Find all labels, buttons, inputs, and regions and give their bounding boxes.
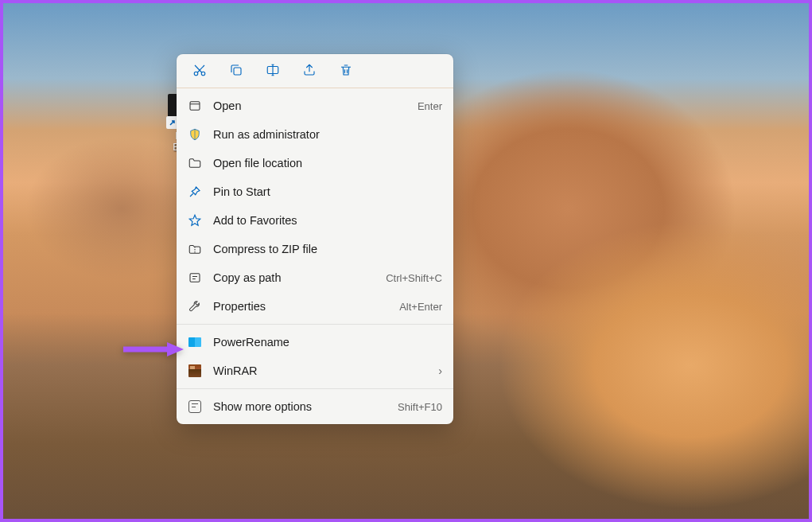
menu-item-copy-path[interactable]: Copy as path Ctrl+Shift+C [177, 263, 453, 292]
folder-icon [188, 156, 202, 170]
shield-icon [188, 127, 202, 142]
powerrename-icon [188, 335, 202, 349]
menu-item-shortcut: Enter [418, 100, 442, 112]
menu-item-label: Add to Favorites [213, 214, 442, 227]
svg-rect-2 [234, 68, 241, 75]
winrar-icon [188, 364, 202, 378]
menu-item-run-as-admin[interactable]: Run as administrator [177, 120, 453, 149]
menu-item-winrar[interactable]: WinRAR › [177, 356, 453, 385]
trash-icon [339, 63, 353, 80]
menu-item-add-favorites[interactable]: Add to Favorites [177, 206, 453, 235]
svg-point-1 [201, 72, 205, 76]
context-menu-toolbar [177, 54, 453, 88]
menu-item-label: Open [213, 99, 406, 112]
menu-section-apps: PowerRename WinRAR › [177, 324, 453, 388]
scissors-icon [192, 63, 207, 80]
menu-item-open[interactable]: Open Enter [177, 92, 453, 120]
svg-rect-5 [190, 274, 200, 282]
open-icon [188, 99, 202, 113]
menu-item-label: Show more options [213, 400, 387, 413]
share-icon [302, 63, 317, 80]
copy-button[interactable] [227, 62, 245, 80]
menu-item-label: WinRAR [213, 364, 427, 377]
menu-item-label: Properties [213, 300, 388, 313]
menu-section-main: Open Enter Run as administrator Open fil… [177, 88, 453, 324]
menu-item-label: Run as administrator [213, 128, 442, 141]
chevron-right-icon: › [438, 364, 442, 377]
delete-button[interactable] [337, 62, 355, 80]
menu-item-shortcut: Alt+Enter [399, 301, 442, 313]
svg-rect-4 [190, 102, 200, 111]
rename-icon [266, 63, 280, 80]
cut-button[interactable] [191, 62, 208, 80]
menu-item-label: Copy as path [213, 271, 375, 284]
path-icon [188, 271, 202, 285]
menu-item-label: Open file location [213, 157, 442, 169]
show-more-icon [188, 399, 202, 414]
menu-item-properties[interactable]: Properties Alt+Enter [177, 292, 453, 321]
menu-item-label: Compress to ZIP file [213, 243, 442, 255]
pin-icon [188, 185, 202, 199]
annotation-arrow [123, 341, 187, 361]
menu-item-show-more[interactable]: Show more options Shift+F10 [177, 392, 453, 421]
menu-section-more: Show more options Shift+F10 [177, 388, 453, 424]
menu-item-label: PowerRename [213, 336, 442, 349]
menu-item-shortcut: Ctrl+Shift+C [386, 272, 442, 284]
share-button[interactable] [301, 62, 318, 80]
menu-item-pin-to-start[interactable]: Pin to Start [177, 177, 453, 206]
zip-icon [188, 242, 202, 256]
star-icon [188, 213, 202, 228]
menu-item-compress-zip[interactable]: Compress to ZIP file [177, 235, 453, 263]
menu-item-powerrename[interactable]: PowerRename [177, 328, 453, 356]
context-menu: Open Enter Run as administrator Open fil… [177, 54, 453, 424]
wrench-icon [188, 299, 202, 314]
menu-item-shortcut: Shift+F10 [398, 401, 442, 413]
copy-icon [229, 63, 243, 80]
svg-point-0 [194, 72, 198, 76]
menu-item-open-location[interactable]: Open file location [177, 149, 453, 177]
rename-button[interactable] [264, 62, 282, 80]
menu-item-label: Pin to Start [213, 185, 442, 198]
